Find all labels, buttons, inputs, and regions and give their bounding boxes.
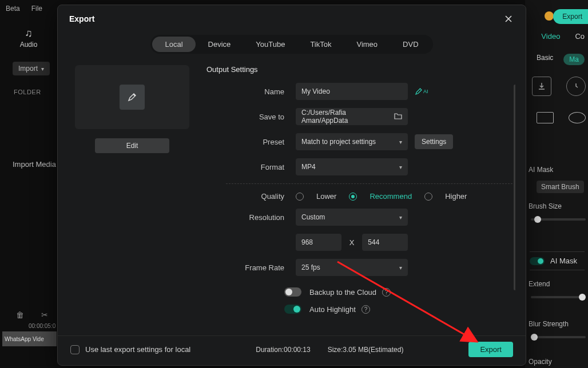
backup-label: Backup to the Cloud <box>309 288 376 297</box>
ai-mask-heading: AI Mask <box>529 166 586 174</box>
duration-info: Duration:00:00:13 <box>256 346 310 354</box>
ai-mask-toggle-label: AI Mask <box>550 257 577 265</box>
auto-highlight-label: Auto Highlight <box>309 305 356 314</box>
save-to-field[interactable]: C:/Users/Rafia Aman/AppData <box>296 108 408 125</box>
use-last-checkbox[interactable] <box>70 345 80 354</box>
tab-device[interactable]: Device <box>196 37 244 52</box>
name-input[interactable]: My Video <box>296 83 408 100</box>
format-label: Format <box>206 163 296 171</box>
right-sub-mask[interactable]: Ma <box>563 54 585 65</box>
edit-button[interactable]: Edit <box>95 138 169 153</box>
chevron-down-icon: ▾ <box>399 164 402 170</box>
preview-thumbnail <box>75 65 189 129</box>
chevron-down-icon: ▾ <box>41 66 44 72</box>
quality-lower-label: Lower <box>316 192 336 201</box>
close-button[interactable] <box>503 13 514 25</box>
quality-lower-radio[interactable] <box>296 193 304 201</box>
size-info: Size:3.05 MB(Estimated) <box>328 346 404 354</box>
use-last-label: Use last export settings for local <box>85 345 190 354</box>
brush-size-label: Brush Size <box>529 202 586 210</box>
folder-heading: FOLDER <box>14 89 41 95</box>
name-label: Name <box>206 87 296 96</box>
music-note-icon: ♫ <box>0 27 57 39</box>
scrollbar[interactable] <box>514 85 515 290</box>
ai-suffix: AI <box>423 89 428 94</box>
extend-slider[interactable] <box>531 296 586 298</box>
close-icon <box>504 15 512 23</box>
tab-local[interactable]: Local <box>152 37 195 52</box>
backup-toggle[interactable] <box>284 287 301 297</box>
tab-vimeo[interactable]: Vimeo <box>344 37 390 52</box>
blur-strength-slider[interactable] <box>531 336 586 338</box>
format-select[interactable]: MP4 ▾ <box>296 158 408 175</box>
ribbon-audio-label: Audio <box>0 41 57 49</box>
import-media-prompt[interactable]: Import Media <box>13 160 56 169</box>
preset-value: Match to project settings <box>301 138 376 146</box>
frame-rate-select[interactable]: 25 fps ▾ <box>296 259 408 276</box>
tab-youtube[interactable]: YouTube <box>243 37 297 52</box>
rect-shape-icon[interactable] <box>537 112 554 123</box>
scissors-icon[interactable]: ✂ <box>41 310 48 319</box>
timeline-clip[interactable]: WhatsApp Vide <box>2 331 57 346</box>
frame-rate-label: Frame Rate <box>206 263 296 272</box>
export-button[interactable]: Export <box>468 342 513 357</box>
blur-strength-label: Blur Strength <box>529 320 586 328</box>
pencil-icon <box>120 85 145 110</box>
backup-help-icon[interactable]: ? <box>382 288 391 297</box>
ellipse-shape-icon[interactable] <box>569 112 586 123</box>
right-tab-video[interactable]: Video <box>541 32 560 41</box>
circle-icon[interactable] <box>566 77 586 96</box>
format-value: MP4 <box>301 163 316 171</box>
output-settings-heading: Output Settings <box>206 65 515 74</box>
opacity-label: Opacity <box>529 358 586 366</box>
resolution-select[interactable]: Custom ▾ <box>296 209 408 226</box>
trash-icon[interactable]: 🗑 <box>16 310 24 319</box>
pencil-ai-icon <box>415 87 423 95</box>
chevron-down-icon: ▾ <box>399 139 402 145</box>
dialog-title: Export <box>69 14 94 23</box>
export-tabs: Local Device YouTube TikTok Vimeo DVD <box>150 35 432 54</box>
auto-highlight-toggle[interactable] <box>284 305 301 314</box>
width-input[interactable]: 968 <box>296 234 341 251</box>
divider <box>226 183 515 184</box>
menu-beta[interactable]: Beta <box>6 5 20 13</box>
settings-button[interactable]: Settings <box>415 134 453 149</box>
quality-recommend-radio[interactable] <box>349 193 357 201</box>
save-to-label: Save to <box>206 113 296 121</box>
resolution-value: Custom <box>301 213 325 221</box>
download-icon[interactable] <box>532 77 551 96</box>
frame-rate-value: 25 fps <box>301 263 320 271</box>
preset-select[interactable]: Match to project settings ▾ <box>296 133 408 150</box>
preset-label: Preset <box>206 138 296 146</box>
height-input[interactable]: 544 <box>362 234 408 251</box>
chevron-down-icon: ▾ <box>399 265 402 271</box>
top-export-button[interactable]: Export <box>553 9 588 24</box>
import-dropdown[interactable]: Import ▾ <box>13 62 50 75</box>
export-dialog: Export Local Device YouTube TikTok Vimeo… <box>57 5 526 366</box>
quality-higher-radio[interactable] <box>424 193 432 201</box>
right-tab-co[interactable]: Co <box>575 32 585 41</box>
tab-dvd[interactable]: DVD <box>390 37 431 52</box>
user-avatar[interactable] <box>545 11 554 21</box>
resolution-label: Resolution <box>206 213 296 222</box>
auto-highlight-help-icon[interactable]: ? <box>361 305 370 314</box>
resolution-x: X <box>349 238 355 247</box>
tab-tiktok[interactable]: TikTok <box>297 37 344 52</box>
menu-file[interactable]: File <box>31 5 42 13</box>
extend-label: Extend <box>529 280 586 288</box>
chevron-down-icon: ▾ <box>399 214 402 221</box>
quality-label: Quality <box>206 192 296 201</box>
ai-rename-button[interactable]: AI <box>415 87 428 95</box>
import-label: Import <box>18 65 38 73</box>
quality-recommend-label: Recommend <box>370 192 412 201</box>
save-to-path: C:/Users/Rafia Aman/AppData <box>301 109 394 125</box>
brush-size-slider[interactable] <box>531 218 586 221</box>
folder-icon[interactable] <box>394 112 402 121</box>
smart-brush-select[interactable]: Smart Brush <box>537 181 584 193</box>
ribbon-audio[interactable]: ♫ Audio <box>0 27 57 49</box>
quality-higher-label: Higher <box>445 192 467 201</box>
ai-mask-toggle[interactable] <box>530 257 545 265</box>
right-sub-basic[interactable]: Basic <box>537 54 553 65</box>
